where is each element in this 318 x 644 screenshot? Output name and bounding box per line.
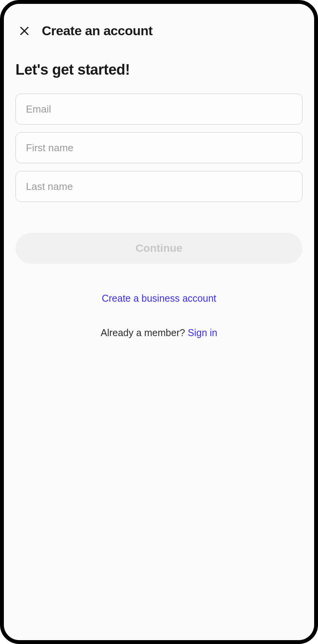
signup-form: Continue — [15, 94, 303, 264]
email-field[interactable] — [15, 94, 303, 125]
header-title: Create an account — [42, 23, 152, 38]
create-business-account-link[interactable]: Create a business account — [102, 293, 216, 304]
continue-button[interactable]: Continue — [15, 233, 303, 264]
screen: Create an account Let's get started! Con… — [4, 4, 314, 640]
close-icon[interactable] — [18, 24, 31, 38]
device-side-button — [0, 151, 1, 190]
device-frame: Create an account Let's get started! Con… — [0, 0, 318, 644]
member-prompt-text: Already a member? — [101, 327, 188, 338]
header: Create an account — [15, 23, 303, 38]
first-name-field[interactable] — [15, 132, 303, 163]
last-name-field[interactable] — [15, 171, 303, 202]
signin-container: Already a member? Sign in — [15, 327, 303, 338]
page-heading: Let's get started! — [15, 61, 303, 78]
sign-in-link[interactable]: Sign in — [188, 327, 217, 338]
business-link-container: Create a business account — [15, 293, 303, 304]
device-side-button — [0, 201, 1, 271]
